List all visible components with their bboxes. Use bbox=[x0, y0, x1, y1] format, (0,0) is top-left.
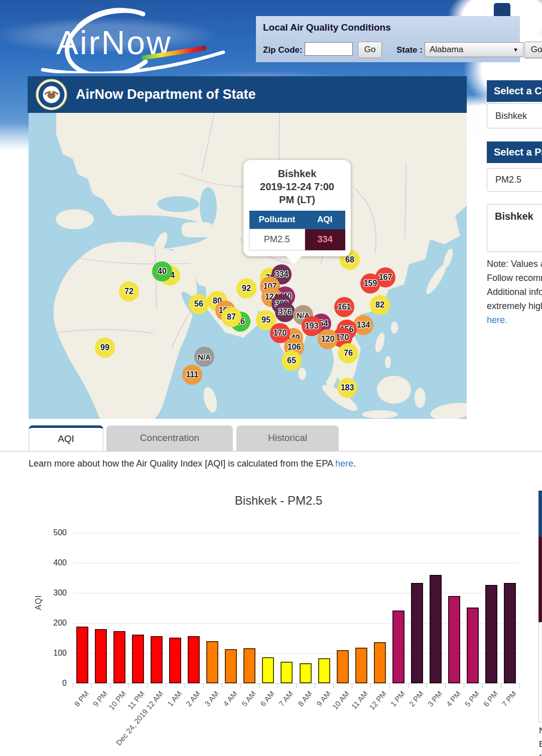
x-tick-mark bbox=[73, 684, 73, 688]
map-marker[interactable]: 120 bbox=[318, 329, 338, 349]
city-info-box: Bishkek bbox=[487, 204, 542, 252]
gridline bbox=[73, 593, 519, 593]
map-marker[interactable]: 65 bbox=[282, 351, 302, 371]
select-city-header: Select a Cit bbox=[487, 80, 542, 102]
map-marker[interactable]: N/A bbox=[194, 347, 214, 367]
bar-Dec-24-2019-12-AM[interactable] bbox=[151, 636, 163, 683]
x-tick-label: 9 PM bbox=[91, 689, 109, 708]
tab-historical[interactable]: Historical bbox=[236, 425, 339, 451]
map-marker[interactable]: 76 bbox=[338, 343, 358, 363]
x-tick-label: 4 PM bbox=[445, 689, 463, 708]
map-marker[interactable]: 159 bbox=[360, 273, 380, 293]
chart-title: Bishkek - PM2.5 bbox=[0, 494, 542, 508]
bar-2-AM[interactable] bbox=[188, 636, 200, 683]
state-go-button[interactable]: Go bbox=[524, 42, 542, 58]
x-tick-label: 9 AM bbox=[315, 689, 332, 708]
bar-1-PM[interactable] bbox=[392, 611, 404, 683]
bar-5-AM[interactable] bbox=[243, 648, 255, 683]
x-tick-label: 6 AM bbox=[258, 689, 276, 708]
bar-1-AM[interactable] bbox=[169, 638, 181, 683]
city-select[interactable]: Bishkek bbox=[487, 103, 542, 128]
select-parameter-header: Select a Pa bbox=[487, 141, 542, 163]
note-line: Note: Values ab bbox=[487, 257, 542, 271]
map-marker[interactable]: 82 bbox=[370, 295, 390, 315]
city-info-title: Bishkek bbox=[495, 211, 542, 222]
x-tick-label: 7 AM bbox=[277, 689, 295, 708]
bar-9-AM[interactable] bbox=[318, 658, 330, 683]
zip-go-button[interactable]: Go bbox=[358, 42, 382, 58]
note-line: Follow recomm bbox=[487, 271, 542, 285]
x-tick-mark bbox=[166, 684, 166, 688]
note-line: extremely high bbox=[487, 299, 542, 313]
learn-more-prefix: Learn more about how the Air Quality Ind… bbox=[29, 459, 335, 469]
tabs-divider bbox=[0, 451, 542, 451]
y-tick-label: 200 bbox=[0, 619, 67, 628]
right-edge-panel-aqi bbox=[538, 537, 542, 622]
right-edge-line: f bbox=[539, 751, 542, 756]
bar-11-PM[interactable] bbox=[132, 635, 144, 683]
x-tick-mark bbox=[315, 684, 315, 688]
bar-8-PM[interactable] bbox=[76, 627, 88, 683]
bar-7-PM[interactable] bbox=[504, 583, 516, 683]
sidebar-note: Note: Values abFollow recommAdditional i… bbox=[487, 257, 542, 327]
bar-7-AM[interactable] bbox=[281, 662, 293, 683]
city-select-value: Bishkek bbox=[495, 111, 527, 121]
bar-6-AM[interactable] bbox=[262, 657, 274, 683]
zip-code-input[interactable] bbox=[305, 42, 353, 56]
bar-3-PM[interactable] bbox=[430, 575, 442, 683]
tab-concentration[interactable]: Concentration bbox=[106, 425, 233, 451]
bar-10-PM[interactable] bbox=[113, 631, 125, 683]
x-tick-mark bbox=[352, 684, 352, 688]
bar-2-PM[interactable] bbox=[411, 583, 423, 683]
x-tick-label: 3 PM bbox=[426, 689, 444, 708]
x-tick-mark bbox=[296, 684, 297, 688]
map-marker[interactable]: 87 bbox=[221, 307, 241, 327]
x-tick-mark bbox=[203, 684, 204, 688]
x-tick-label: 1 PM bbox=[388, 689, 406, 708]
map-marker[interactable]: 40 bbox=[152, 261, 172, 281]
popup-aqi-value: 334 bbox=[305, 229, 345, 250]
bar-4-AM[interactable] bbox=[225, 649, 237, 683]
popup-pollutant-value: PM2.5 bbox=[249, 229, 305, 250]
map-marker[interactable]: 72 bbox=[119, 281, 139, 301]
popup-col-pollutant: Pollutant bbox=[249, 211, 305, 229]
map-marker[interactable]: 376 bbox=[275, 302, 295, 322]
map-marker[interactable]: 193 bbox=[302, 316, 322, 336]
bar-10-AM[interactable] bbox=[337, 650, 349, 683]
learn-more-link[interactable]: here bbox=[335, 459, 353, 469]
map-marker[interactable]: 161 bbox=[334, 297, 354, 317]
local-conditions-title: Local Air Quality Conditions bbox=[263, 22, 391, 33]
aqi-bar-chart: Bishkek - PM2.5 AQI 01002003004005008 PM… bbox=[0, 482, 542, 756]
bar-9-PM[interactable] bbox=[95, 629, 107, 683]
map-popup: Bishkek 2019-12-24 7:00 PM (LT) Pollutan… bbox=[243, 160, 351, 256]
x-tick-mark bbox=[110, 684, 110, 688]
map-marker[interactable]: 111 bbox=[182, 365, 202, 385]
bar-12-PM[interactable] bbox=[374, 642, 386, 683]
bar-8-AM[interactable] bbox=[300, 663, 312, 683]
parameter-select[interactable]: PM2.5 bbox=[487, 168, 542, 192]
gridline bbox=[73, 563, 519, 563]
map-marker[interactable]: 99 bbox=[95, 338, 115, 358]
bar-11-AM[interactable] bbox=[355, 648, 367, 683]
bar-3-AM[interactable] bbox=[206, 641, 218, 683]
tab-aqi[interactable]: AQI bbox=[29, 425, 103, 451]
x-tick-mark bbox=[128, 684, 129, 688]
world-map[interactable]: 54407292568026105879599N/A11178334107240… bbox=[29, 113, 467, 419]
bar-6-PM[interactable] bbox=[485, 585, 497, 683]
right-edge-panel-box bbox=[538, 622, 542, 722]
bar-5-PM[interactable] bbox=[467, 608, 479, 683]
state-select[interactable]: Alabama ▼ bbox=[425, 42, 523, 57]
bar-4-PM[interactable] bbox=[448, 596, 460, 683]
popup-col-aqi: AQI bbox=[305, 211, 345, 229]
note-here-link[interactable]: here. bbox=[487, 313, 542, 327]
airnow-logo[interactable]: AirNow bbox=[25, 3, 226, 73]
map-marker[interactable]: 183 bbox=[337, 378, 357, 398]
map-marker[interactable]: 56 bbox=[189, 294, 209, 314]
popup-date: 2019-12-24 7:00 bbox=[249, 180, 345, 193]
right-edge-text: NEf bbox=[539, 724, 542, 756]
x-tick-mark bbox=[147, 684, 148, 688]
map-marker[interactable]: 92 bbox=[236, 278, 256, 298]
x-tick-label: 8 PM bbox=[72, 689, 90, 708]
x-tick-label: 12 PM bbox=[367, 689, 388, 711]
x-tick-mark bbox=[185, 684, 185, 688]
